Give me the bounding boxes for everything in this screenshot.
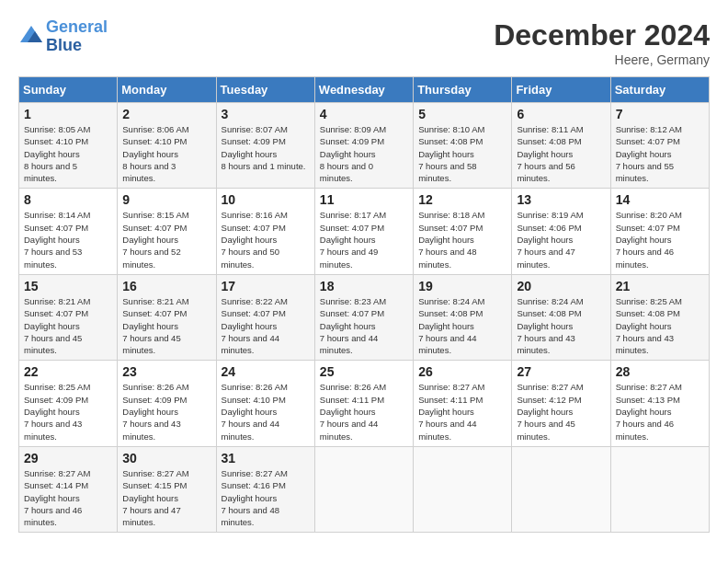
day-number: 27: [517, 364, 605, 379]
day-info: Sunrise: 8:27 AMSunset: 4:16 PMDaylight …: [222, 467, 310, 528]
day-info: Sunrise: 8:27 AMSunset: 4:14 PMDaylight …: [24, 467, 112, 528]
logo: GeneralBlue: [18, 18, 108, 55]
calendar-cell: 4Sunrise: 8:09 AMSunset: 4:09 PMDaylight…: [314, 103, 413, 189]
calendar-cell: 27Sunrise: 8:27 AMSunset: 4:12 PMDayligh…: [512, 361, 610, 446]
day-number: 2: [122, 107, 210, 121]
day-number: 29: [24, 451, 112, 465]
calendar-cell: 17Sunrise: 8:22 AMSunset: 4:07 PMDayligh…: [216, 274, 314, 360]
day-info: Sunrise: 8:25 AMSunset: 4:08 PMDaylight …: [616, 295, 704, 356]
day-info: Sunrise: 8:19 AMSunset: 4:06 PMDaylight …: [517, 209, 605, 270]
day-number: 10: [222, 192, 310, 207]
weekday-header-wednesday: Wednesday: [314, 77, 413, 103]
calendar-cell: 10Sunrise: 8:16 AMSunset: 4:07 PMDayligh…: [216, 189, 314, 274]
day-number: 21: [616, 279, 704, 293]
calendar-cell: 19Sunrise: 8:24 AMSunset: 4:08 PMDayligh…: [414, 274, 512, 360]
weekday-header-monday: Monday: [118, 77, 216, 103]
day-number: 4: [320, 107, 408, 121]
calendar-cell: 13Sunrise: 8:19 AMSunset: 4:06 PMDayligh…: [512, 189, 610, 274]
day-info: Sunrise: 8:21 AMSunset: 4:07 PMDaylight …: [24, 295, 112, 356]
day-number: 25: [320, 364, 408, 379]
calendar-cell: 20Sunrise: 8:24 AMSunset: 4:08 PMDayligh…: [512, 274, 610, 360]
logo-icon: [18, 24, 44, 50]
calendar-week-1: 1Sunrise: 8:05 AMSunset: 4:10 PMDaylight…: [19, 103, 710, 189]
day-info: Sunrise: 8:27 AMSunset: 4:15 PMDaylight …: [122, 467, 210, 528]
day-number: 17: [222, 279, 310, 293]
day-number: 28: [616, 364, 704, 379]
day-info: Sunrise: 8:22 AMSunset: 4:07 PMDaylight …: [222, 295, 310, 356]
day-number: 3: [222, 107, 310, 121]
location: Heere, Germany: [494, 52, 710, 67]
calendar-cell: 9Sunrise: 8:15 AMSunset: 4:07 PMDaylight…: [118, 189, 216, 274]
day-number: 20: [517, 279, 605, 293]
day-info: Sunrise: 8:15 AMSunset: 4:07 PMDaylight …: [122, 209, 210, 270]
day-number: 22: [24, 364, 112, 379]
calendar-cell: 29Sunrise: 8:27 AMSunset: 4:14 PMDayligh…: [19, 446, 118, 532]
day-info: Sunrise: 8:25 AMSunset: 4:09 PMDaylight …: [24, 381, 112, 442]
day-number: 31: [222, 451, 310, 465]
calendar-cell: 28Sunrise: 8:27 AMSunset: 4:13 PMDayligh…: [610, 361, 709, 446]
calendar-cell: [610, 446, 709, 532]
calendar-cell: 30Sunrise: 8:27 AMSunset: 4:15 PMDayligh…: [118, 446, 216, 532]
day-info: Sunrise: 8:07 AMSunset: 4:09 PMDaylight …: [222, 123, 310, 172]
day-info: Sunrise: 8:18 AMSunset: 4:07 PMDaylight …: [418, 209, 506, 270]
calendar-cell: 5Sunrise: 8:10 AMSunset: 4:08 PMDaylight…: [414, 103, 512, 189]
day-info: Sunrise: 8:20 AMSunset: 4:07 PMDaylight …: [616, 209, 704, 270]
day-number: 9: [122, 192, 210, 207]
calendar-table: SundayMondayTuesdayWednesdayThursdayFrid…: [18, 76, 710, 533]
calendar-week-3: 15Sunrise: 8:21 AMSunset: 4:07 PMDayligh…: [19, 274, 710, 360]
calendar-cell: 31Sunrise: 8:27 AMSunset: 4:16 PMDayligh…: [216, 446, 314, 532]
day-number: 15: [24, 279, 112, 293]
day-number: 19: [418, 279, 506, 293]
calendar-cell: 26Sunrise: 8:27 AMSunset: 4:11 PMDayligh…: [414, 361, 512, 446]
day-number: 11: [320, 192, 408, 207]
weekday-header-tuesday: Tuesday: [216, 77, 314, 103]
day-info: Sunrise: 8:26 AMSunset: 4:09 PMDaylight …: [122, 381, 210, 442]
calendar-cell: 2Sunrise: 8:06 AMSunset: 4:10 PMDaylight…: [118, 103, 216, 189]
calendar-cell: 12Sunrise: 8:18 AMSunset: 4:07 PMDayligh…: [414, 189, 512, 274]
weekday-header-friday: Friday: [512, 77, 610, 103]
calendar-cell: 23Sunrise: 8:26 AMSunset: 4:09 PMDayligh…: [118, 361, 216, 446]
calendar-cell: 11Sunrise: 8:17 AMSunset: 4:07 PMDayligh…: [314, 189, 413, 274]
day-info: Sunrise: 8:11 AMSunset: 4:08 PMDaylight …: [517, 123, 605, 184]
calendar-cell: 3Sunrise: 8:07 AMSunset: 4:09 PMDaylight…: [216, 103, 314, 189]
calendar-cell: [512, 446, 610, 532]
day-info: Sunrise: 8:06 AMSunset: 4:10 PMDaylight …: [122, 123, 210, 184]
day-info: Sunrise: 8:09 AMSunset: 4:09 PMDaylight …: [320, 123, 408, 184]
calendar-cell: 6Sunrise: 8:11 AMSunset: 4:08 PMDaylight…: [512, 103, 610, 189]
calendar-week-2: 8Sunrise: 8:14 AMSunset: 4:07 PMDaylight…: [19, 189, 710, 274]
calendar-cell: 21Sunrise: 8:25 AMSunset: 4:08 PMDayligh…: [610, 274, 709, 360]
day-info: Sunrise: 8:27 AMSunset: 4:13 PMDaylight …: [616, 381, 704, 442]
calendar-week-4: 22Sunrise: 8:25 AMSunset: 4:09 PMDayligh…: [19, 361, 710, 446]
calendar-cell: [414, 446, 512, 532]
title-block: December 2024 Heere, Germany: [494, 18, 710, 67]
day-info: Sunrise: 8:16 AMSunset: 4:07 PMDaylight …: [222, 209, 310, 270]
day-number: 30: [122, 451, 210, 465]
day-number: 1: [24, 107, 112, 121]
calendar-week-5: 29Sunrise: 8:27 AMSunset: 4:14 PMDayligh…: [19, 446, 710, 532]
calendar-cell: 7Sunrise: 8:12 AMSunset: 4:07 PMDaylight…: [610, 103, 709, 189]
calendar-cell: 14Sunrise: 8:20 AMSunset: 4:07 PMDayligh…: [610, 189, 709, 274]
day-number: 5: [418, 107, 506, 121]
logo-text: GeneralBlue: [46, 18, 108, 55]
day-info: Sunrise: 8:24 AMSunset: 4:08 PMDaylight …: [517, 295, 605, 356]
calendar-cell: 1Sunrise: 8:05 AMSunset: 4:10 PMDaylight…: [19, 103, 118, 189]
day-info: Sunrise: 8:23 AMSunset: 4:07 PMDaylight …: [320, 295, 408, 356]
weekday-header-row: SundayMondayTuesdayWednesdayThursdayFrid…: [19, 77, 710, 103]
day-number: 13: [517, 192, 605, 207]
day-number: 26: [418, 364, 506, 379]
day-number: 16: [122, 279, 210, 293]
day-number: 6: [517, 107, 605, 121]
calendar-cell: 24Sunrise: 8:26 AMSunset: 4:10 PMDayligh…: [216, 361, 314, 446]
calendar-cell: 22Sunrise: 8:25 AMSunset: 4:09 PMDayligh…: [19, 361, 118, 446]
day-info: Sunrise: 8:10 AMSunset: 4:08 PMDaylight …: [418, 123, 506, 184]
day-number: 14: [616, 192, 704, 207]
day-info: Sunrise: 8:14 AMSunset: 4:07 PMDaylight …: [24, 209, 112, 270]
calendar-cell: 15Sunrise: 8:21 AMSunset: 4:07 PMDayligh…: [19, 274, 118, 360]
weekday-header-saturday: Saturday: [610, 77, 709, 103]
day-info: Sunrise: 8:24 AMSunset: 4:08 PMDaylight …: [418, 295, 506, 356]
day-number: 7: [616, 107, 704, 121]
calendar-cell: 25Sunrise: 8:26 AMSunset: 4:11 PMDayligh…: [314, 361, 413, 446]
day-number: 23: [122, 364, 210, 379]
day-info: Sunrise: 8:05 AMSunset: 4:10 PMDaylight …: [24, 123, 112, 184]
day-info: Sunrise: 8:27 AMSunset: 4:12 PMDaylight …: [517, 381, 605, 442]
